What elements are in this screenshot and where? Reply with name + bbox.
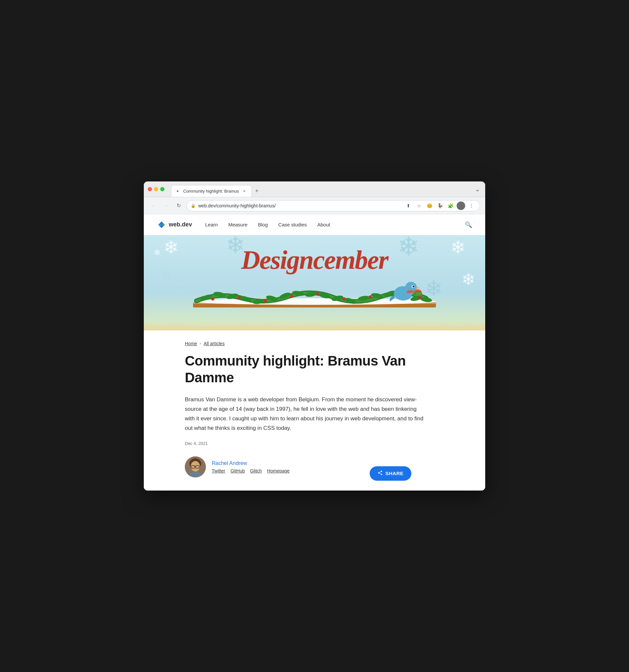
nav-learn[interactable]: Learn [205,222,218,227]
share-button[interactable]: SHARE [370,466,411,481]
snowflake-2: ❄ [196,237,206,248]
author-section: Rachel Andrew Twitter GitHub Glitch Home… [185,456,289,477]
url-text: web.dev/community-highlight-bramus/ [198,203,401,208]
search-icon[interactable]: 🔍 [465,221,472,229]
forward-button: → [162,201,171,210]
hero-banner: ❄ ❄ ❄ ❄ ❄ ❄ ❄ ❄ ❄ ❄ ❄ Designcember [144,235,485,330]
share-page-icon[interactable]: ⬆ [404,201,413,210]
address-bar[interactable]: 🔒 web.dev/community-highlight-bramus/ ⬆ … [186,200,480,211]
tab-bar: ✦ Community highlight: Bramus ✕ + [171,182,262,197]
snowflake-3: ❄ [154,248,161,257]
nav-links: Learn Measure Blog Case studies About [205,222,465,227]
breadcrumb-separator: › [200,341,201,346]
address-actions: ⬆ ☆ 😊 🦆 🧩 ⋮ [404,201,476,210]
nav-case-studies[interactable]: Case studies [278,222,307,227]
breadcrumb-section: Home › All articles [144,330,485,353]
lock-icon: 🔒 [191,203,196,208]
breadcrumb: Home › All articles [185,341,444,346]
tab-favicon: ✦ [176,189,181,194]
hero-title-text: Designcember [241,245,388,274]
reload-button[interactable]: ↻ [174,201,183,210]
snowflake-9: ❄ [462,271,475,288]
author-avatar [185,456,206,477]
new-tab-button[interactable]: + [252,185,262,197]
snowflake-6: ❄ [450,239,466,257]
profile-icon[interactable]: 😊 [425,201,434,210]
article-description: Bramus Van Damme is a web developer from… [185,395,424,433]
snowflake-7: ❄ [398,235,420,260]
nav-about[interactable]: About [318,222,330,227]
extension-puzzle-icon[interactable]: 🧩 [446,201,455,210]
svg-point-41 [191,461,200,472]
traffic-lights [148,187,164,191]
author-glitch-link[interactable]: Glitch [250,468,262,474]
breadcrumb-all-articles[interactable]: All articles [204,341,225,346]
active-tab[interactable]: ✦ Community highlight: Bramus ✕ [171,185,252,197]
maximize-button[interactable] [160,187,164,191]
author-twitter-link[interactable]: Twitter [212,468,225,474]
user-avatar[interactable] [457,201,465,210]
titlebar: ✦ Community highlight: Bramus ✕ + ⌄ [144,182,485,197]
logo-link[interactable]: web.dev [157,220,192,230]
hero-title: Designcember [241,245,388,275]
snowflake-11: ❄ [177,285,184,293]
nav-measure[interactable]: Measure [228,222,247,227]
tab-close-button[interactable]: ✕ [241,189,247,194]
svg-point-28 [316,292,320,295]
site-nav: web.dev Learn Measure Blog Case studies … [144,214,485,235]
author-name[interactable]: Rachel Andrew [212,460,289,466]
breadcrumb-home[interactable]: Home [185,341,197,346]
svg-point-27 [290,295,293,298]
svg-point-25 [237,296,241,299]
svg-point-32 [418,296,421,299]
logo-text: web.dev [169,221,192,228]
minimize-button[interactable] [154,187,158,191]
svg-point-26 [264,299,267,303]
more-options-icon[interactable]: ⋮ [467,201,476,210]
svg-point-24 [211,297,214,301]
svg-point-36 [413,286,414,287]
bookmark-icon[interactable]: ☆ [415,201,423,210]
article-section: Community highlight: Bramus Van Damme Br… [144,353,466,490]
extension-bird-icon[interactable]: 🦆 [436,201,444,210]
close-button[interactable] [148,187,152,191]
snowflake-8: ❄ [424,237,433,247]
author-links: Twitter GitHub Glitch Homepage [212,468,289,474]
author-github-link[interactable]: GitHub [230,468,245,474]
back-button: ← [149,201,158,210]
svg-point-29 [343,297,346,301]
svg-point-30 [369,295,372,298]
author-info: Rachel Andrew Twitter GitHub Glitch Home… [212,460,289,474]
tab-title: Community highlight: Bramus [183,189,239,194]
garland-svg [186,282,443,315]
svg-rect-38 [416,291,421,292]
article-title: Community highlight: Bramus Van Damme [185,353,424,386]
window-menu-icon[interactable]: ⌄ [474,185,481,194]
snowflake-5: ❄ [160,268,171,281]
author-homepage-link[interactable]: Homepage [267,468,290,474]
site-content: web.dev Learn Measure Blog Case studies … [144,214,485,490]
address-bar-row: ← → ↻ 🔒 web.dev/community-highlight-bram… [144,197,485,214]
share-icon [377,470,383,477]
share-label: SHARE [386,471,403,476]
article-date: Dec 4, 2021 [185,441,424,446]
snowflake-1: ❄ [163,239,179,257]
nav-blog[interactable]: Blog [258,222,268,227]
logo-icon [157,220,166,230]
browser-window: ✦ Community highlight: Bramus ✕ + ⌄ ← → … [144,182,485,490]
hero-shelf [186,291,443,330]
